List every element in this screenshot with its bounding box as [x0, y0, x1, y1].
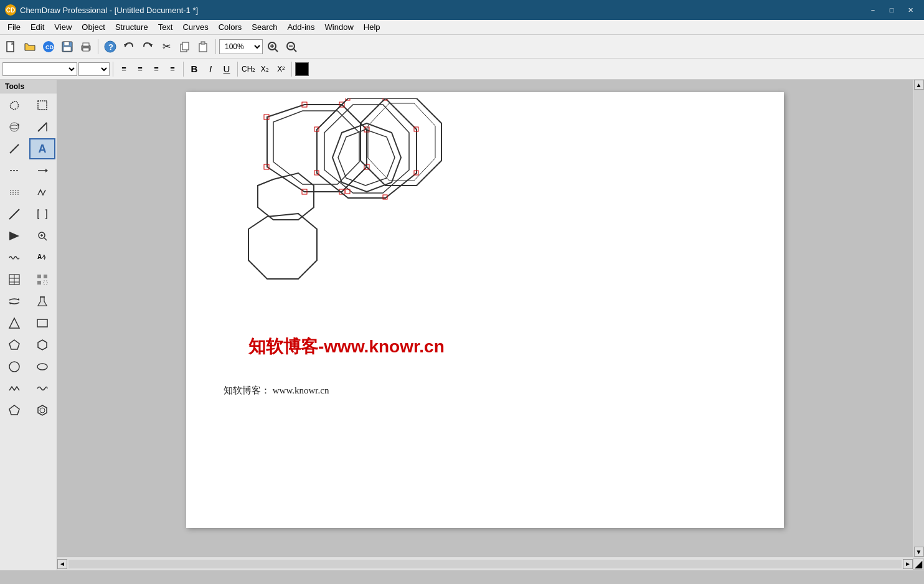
eraser-tool[interactable] — [29, 116, 55, 138]
menu-curves[interactable]: Curves — [177, 21, 213, 33]
dots-grid-tool[interactable] — [29, 269, 55, 290]
subscript-button[interactable]: X₂ — [257, 62, 272, 77]
menu-colors[interactable]: Colors — [214, 21, 247, 33]
wedge-solid-tool[interactable] — [1, 225, 27, 247]
svg-marker-58 — [9, 340, 19, 349]
svg-marker-63 — [38, 405, 47, 415]
font-selector[interactable] — [2, 62, 77, 76]
zoom-in-button[interactable] — [264, 38, 281, 55]
save-button[interactable] — [59, 38, 76, 55]
menu-view[interactable]: View — [49, 21, 77, 33]
pentagon3-tool[interactable] — [1, 400, 27, 421]
maximize-button[interactable]: □ — [883, 4, 900, 16]
scroll-up-arrow[interactable]: ▲ — [914, 80, 924, 90]
svg-rect-52 — [44, 281, 47, 285]
help-button[interactable]: ? — [101, 38, 119, 55]
svg-marker-56 — [9, 318, 19, 328]
single-bond-tool2[interactable] — [1, 204, 27, 225]
oval-tool[interactable] — [29, 356, 55, 377]
align-right-button[interactable]: ≡ — [149, 62, 164, 77]
menubar: File Edit View Object Structure Text Cur… — [0, 20, 924, 35]
cut-button[interactable]: ✂ — [158, 38, 175, 55]
table-tool[interactable] — [1, 269, 27, 290]
circle-tool[interactable] — [1, 356, 27, 377]
menu-addins[interactable]: Add-ins — [282, 21, 319, 33]
zoom-dropdown[interactable]: 100% 50% 75% 150% 200% — [219, 39, 263, 54]
align-center-button[interactable]: ≡ — [133, 62, 148, 77]
svg-line-20 — [275, 49, 278, 52]
svg-marker-37 — [9, 232, 19, 240]
copy-button[interactable] — [176, 38, 194, 55]
scroll-track-vertical[interactable] — [914, 90, 924, 547]
new-button[interactable] — [2, 38, 20, 55]
flask-tool[interactable] — [29, 291, 55, 312]
marquee-tool[interactable] — [29, 95, 55, 116]
bracket-tool[interactable] — [29, 204, 55, 225]
wavy-bond-tool[interactable] — [1, 247, 27, 268]
menu-structure[interactable]: Structure — [110, 21, 153, 33]
print-button[interactable] — [77, 38, 95, 55]
chemdraw-logo-btn[interactable]: CD — [40, 38, 57, 55]
lasso-tool[interactable] — [1, 95, 27, 116]
undo-button[interactable] — [120, 38, 138, 55]
svg-rect-14 — [182, 42, 189, 50]
scroll-left-arrow[interactable]: ◄ — [57, 559, 67, 569]
main-toolbar: CD ? ✂ 100% 50% 75% 150% 200% — [0, 35, 924, 59]
wave2-tool[interactable] — [29, 378, 55, 399]
label-atom-tool[interactable]: A+A — [29, 247, 55, 268]
zigzag-tool[interactable] — [1, 378, 27, 399]
minimize-button[interactable]: − — [864, 4, 882, 16]
dashed-line-tool[interactable] — [1, 160, 27, 181]
menu-text[interactable]: Text — [153, 21, 178, 33]
zoom-in-tool[interactable] — [29, 225, 55, 247]
rectangle-tool[interactable] — [29, 313, 55, 334]
menu-search[interactable]: Search — [247, 21, 282, 33]
chain-tool[interactable] — [29, 182, 55, 203]
underline-button[interactable]: U — [219, 62, 234, 77]
superscript-button[interactable]: X² — [273, 62, 288, 77]
scroll-track-horizontal[interactable] — [68, 560, 902, 568]
ch2-button[interactable]: CH₂ — [241, 62, 256, 77]
scroll-down-arrow[interactable]: ▼ — [914, 547, 924, 557]
pentagon-tool[interactable] — [1, 334, 27, 356]
align-left-button[interactable]: ≡ — [116, 62, 131, 77]
align-justify-button[interactable]: ≡ — [165, 62, 180, 77]
open-button[interactable] — [21, 38, 39, 55]
color-swatch[interactable] — [295, 62, 309, 76]
svg-line-27 — [38, 123, 47, 131]
zoom-out-button[interactable] — [283, 38, 300, 55]
hexagon-tool[interactable] — [29, 334, 55, 356]
bold-button[interactable]: B — [187, 62, 202, 77]
svg-rect-7 — [83, 43, 89, 46]
multi-dash-tool[interactable] — [1, 182, 27, 203]
svg-line-41 — [44, 238, 47, 240]
app-logo: CD — [5, 4, 16, 16]
titlebar: CD ChemDraw Professional - [Untitled Doc… — [0, 0, 924, 20]
svg-text:?: ? — [108, 42, 113, 52]
arrow-tool[interactable] — [29, 160, 55, 181]
window-controls: − □ ✕ — [864, 4, 919, 16]
svg-point-61 — [37, 364, 47, 370]
canvas-area[interactable]: 知软博客-www.knowr.cn 知软博客： www.knowr.cn — [57, 80, 913, 557]
resize-corner[interactable]: ◢ — [913, 558, 924, 570]
menu-file[interactable]: File — [2, 21, 26, 33]
svg-rect-15 — [199, 44, 207, 52]
svg-line-36 — [9, 209, 19, 219]
italic-button[interactable]: I — [203, 62, 218, 77]
menu-help[interactable]: Help — [359, 21, 385, 33]
text-tool[interactable]: A — [29, 138, 55, 159]
paste-button[interactable] — [195, 38, 212, 55]
benzene-ring-tool[interactable] — [29, 400, 55, 421]
bond-single-tool[interactable] — [1, 138, 27, 159]
redo-button[interactable] — [139, 38, 156, 55]
triangle-tool[interactable] — [1, 313, 27, 334]
menu-window[interactable]: Window — [320, 21, 359, 33]
close-button[interactable]: ✕ — [902, 4, 919, 16]
menu-edit[interactable]: Edit — [26, 21, 49, 33]
menu-object[interactable]: Object — [77, 21, 110, 33]
scroll-right-arrow[interactable]: ► — [903, 559, 913, 569]
reaction-arrow-tool[interactable] — [1, 291, 27, 312]
format-sep-4 — [291, 62, 292, 77]
font-size-selector[interactable] — [78, 62, 110, 76]
rotate-tool[interactable] — [1, 116, 27, 138]
